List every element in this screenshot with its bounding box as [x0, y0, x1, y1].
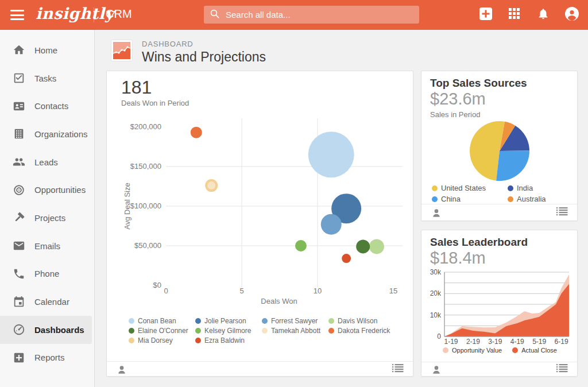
organizations-icon — [13, 127, 25, 140]
sidebar-item-contacts[interactable]: Contacts — [0, 92, 94, 120]
legend-item: Conan Bean — [129, 317, 195, 325]
svg-text:3-19: 3-19 — [488, 338, 502, 346]
page-title: Wins and Projections — [142, 49, 266, 65]
sidebar-item-label: Opportunities — [34, 185, 86, 195]
bubble-tamekah-abbott — [207, 181, 215, 189]
svg-text:$100,000: $100,000 — [130, 202, 161, 210]
svg-text:$0: $0 — [153, 281, 161, 289]
legend-item: Kelsey Gilmore — [195, 327, 262, 335]
legend-item: United States — [432, 184, 508, 192]
leads-icon — [13, 156, 25, 168]
legend-swatch — [432, 185, 438, 191]
legend-swatch — [129, 338, 134, 343]
opportunities-icon — [13, 184, 25, 196]
sidebar-item-label: Emails — [34, 241, 60, 251]
svg-text:5-19: 5-19 — [532, 338, 546, 346]
apps-grid-icon — [509, 8, 520, 22]
sidebar-item-home[interactable]: Home — [0, 36, 94, 64]
legend-swatch — [129, 328, 134, 334]
page-eyebrow: DASHBOARD — [142, 40, 266, 48]
legend-item: Opportunity Value — [443, 347, 502, 354]
legend-item: Forrest Sawyer — [262, 317, 328, 325]
apps-button[interactable] — [508, 8, 521, 22]
list-view-icon[interactable] — [556, 207, 568, 219]
legend-swatch — [262, 318, 268, 324]
svg-text:Avg Deal Size: Avg Deal Size — [123, 183, 131, 229]
legend-swatch — [129, 318, 134, 324]
svg-text:1-19: 1-19 — [444, 338, 458, 346]
add-button[interactable] — [479, 8, 493, 22]
legend-swatch — [195, 338, 201, 343]
owner-person-icon[interactable] — [431, 364, 442, 376]
owner-person-icon[interactable] — [431, 207, 442, 219]
bubble-chart: $0$50,000$100,000$150,000$200,000051015D… — [107, 105, 414, 346]
phone-icon — [13, 268, 25, 280]
sidebar-item-emails[interactable]: Emails — [0, 232, 94, 260]
sidebar-item-dashboards[interactable]: Dashboards — [0, 316, 92, 344]
legend-item: Mia Dorsey — [129, 336, 195, 345]
svg-text:6-19: 6-19 — [555, 338, 568, 346]
area-series-actual-close — [444, 284, 569, 337]
hamburger-menu-icon[interactable] — [10, 10, 24, 20]
sidebar-item-label: Organizations — [34, 129, 88, 139]
sidebar-item-reports[interactable]: Reports — [0, 344, 94, 372]
home-icon — [13, 44, 25, 56]
pie-chart — [421, 115, 578, 184]
legend-swatch — [508, 185, 513, 191]
search-input[interactable] — [226, 10, 413, 20]
sidebar-item-phone[interactable]: Phone — [0, 260, 94, 288]
sales-sources-amount: $23.6m — [430, 90, 486, 109]
notifications-button[interactable] — [536, 8, 550, 22]
bubble-kelsey-gilmore — [295, 240, 307, 251]
svg-text:4-19: 4-19 — [510, 338, 524, 346]
svg-text:$50,000: $50,000 — [134, 241, 161, 250]
legend-item: Australia — [508, 195, 570, 203]
sidebar-item-tasks[interactable]: Tasks — [0, 64, 94, 92]
legend-swatch — [195, 318, 201, 324]
svg-text:10k: 10k — [430, 311, 442, 319]
wins-card-footer — [107, 361, 413, 377]
bubble-chart-legend: Conan BeanJolie PearsonForrest SawyerDav… — [129, 317, 404, 345]
legend-swatch — [443, 347, 448, 353]
page-header: DASHBOARD Wins and Projections — [111, 40, 266, 65]
legend-swatch — [432, 196, 438, 202]
svg-text:$150,000: $150,000 — [130, 162, 161, 171]
sidebar-item-calendar[interactable]: Calendar — [0, 288, 94, 316]
svg-text:2-19: 2-19 — [466, 338, 480, 346]
avatar-icon — [565, 7, 579, 23]
brand-logo: insightly — [36, 5, 114, 22]
sidebar: HomeTasksContactsOrganizationsLeadsOppor… — [0, 30, 95, 387]
emails-icon — [13, 239, 25, 252]
sidebar-item-projects[interactable]: Projects — [0, 204, 94, 232]
legend-swatch — [328, 318, 334, 324]
legend-item: Davis Wilson — [328, 317, 400, 325]
sidebar-item-label: Phone — [34, 269, 59, 278]
list-view-icon[interactable] — [392, 364, 404, 376]
product-label: CRM — [106, 7, 132, 21]
sidebar-item-leads[interactable]: Leads — [0, 148, 94, 176]
bubble-forrest-sawyer — [321, 214, 342, 235]
sidebar-item-organizations[interactable]: Organizations — [0, 120, 94, 148]
reports-icon — [13, 351, 25, 364]
topbar-actions — [479, 0, 579, 30]
area-chart-legend: Opportunity ValueActual Close — [421, 347, 578, 354]
owner-person-icon[interactable] — [116, 364, 127, 376]
pie-chart-legend: United StatesIndiaChinaAustralia — [432, 184, 570, 203]
legend-swatch — [262, 328, 268, 334]
legend-swatch — [195, 328, 201, 334]
legend-item: Elaine O'Conner — [129, 327, 195, 335]
sidebar-item-label: Tasks — [34, 73, 56, 83]
svg-text:$200,000: $200,000 — [130, 122, 161, 131]
sidebar-item-label: Projects — [34, 213, 65, 223]
search-box[interactable] — [204, 6, 419, 24]
profile-button[interactable] — [565, 8, 579, 22]
legend-item: Tamekah Abbott — [262, 327, 328, 335]
dashboards-icon — [13, 323, 25, 336]
svg-text:0: 0 — [437, 332, 441, 340]
area-chart: 010k20k30k1-192-193-194-195-196-19 — [421, 265, 578, 351]
legend-item: India — [508, 184, 570, 192]
sidebar-item-opportunities[interactable]: Opportunities — [0, 176, 94, 204]
legend-item: Jolie Pearson — [195, 317, 262, 325]
bubble-ezra-baldwin — [342, 254, 351, 263]
list-view-icon[interactable] — [556, 364, 568, 376]
